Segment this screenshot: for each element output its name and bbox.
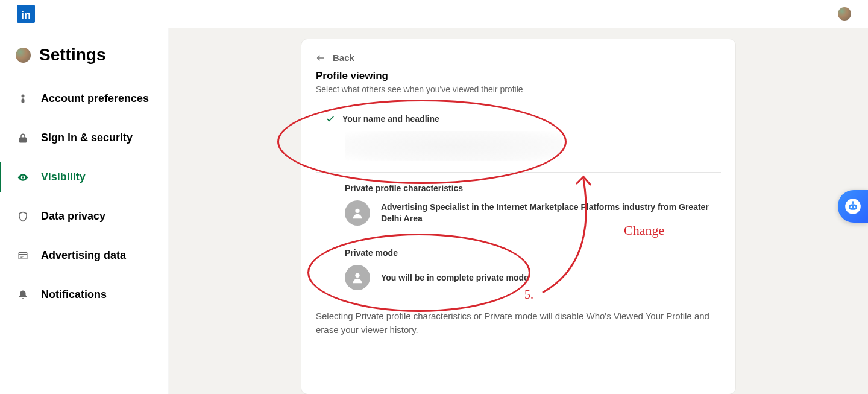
avatar[interactable]: [838, 7, 851, 21]
sidebar-header: Settings: [0, 40, 168, 79]
option-body: Advertising Specialist in the Internet M…: [345, 200, 721, 226]
svg-point-0: [22, 94, 25, 97]
sidebar: Settings Account preferences Sign in & s…: [0, 28, 169, 394]
floating-chat-button[interactable]: [838, 190, 868, 223]
sidebar-item-label: Sign in & security: [41, 132, 133, 144]
check-icon: [326, 114, 335, 124]
sidebar-item-label: Notifications: [41, 288, 107, 301]
back-label: Back: [333, 52, 354, 63]
avatar-icon: [16, 48, 31, 63]
linkedin-logo[interactable]: in: [17, 5, 35, 23]
option-title: Your name and headline: [345, 114, 721, 124]
svg-point-12: [854, 206, 856, 208]
option-title: Private profile characteristics: [345, 183, 721, 193]
svg-rect-1: [22, 98, 25, 103]
back-button[interactable]: Back: [316, 52, 721, 63]
eye-icon: [17, 171, 29, 183]
user-icon: [17, 93, 29, 105]
option-name-headline[interactable]: Your name and headline: [316, 103, 721, 172]
anonymous-avatar-icon: [345, 200, 370, 226]
arrow-left-icon: [316, 53, 326, 63]
disclosure-text: Selecting Private profile characteristic…: [316, 301, 721, 337]
sidebar-item-label: Account preferences: [41, 92, 149, 105]
sidebar-item-sign-in-security[interactable]: Sign in & security: [0, 118, 168, 157]
lock-icon: [17, 132, 29, 144]
sidebar-item-visibility[interactable]: Visibility: [0, 157, 168, 197]
svg-point-11: [851, 206, 852, 208]
option-body: You will be in complete private mode: [345, 265, 721, 290]
option-title: Private mode: [345, 248, 721, 258]
sidebar-item-data-privacy[interactable]: Data privacy: [0, 197, 168, 236]
option-body: [345, 131, 721, 161]
topbar: in: [0, 0, 868, 28]
svg-point-8: [355, 273, 359, 278]
svg-rect-10: [849, 205, 857, 210]
sidebar-item-label: Visibility: [41, 171, 86, 183]
option-private-mode[interactable]: Private mode You will be in complete pri…: [316, 237, 721, 301]
sidebar-item-notifications[interactable]: Notifications: [0, 275, 168, 314]
sidebar-item-label: Advertising data: [41, 249, 126, 262]
newspaper-icon: [17, 250, 29, 262]
sidebar-item-label: Data privacy: [41, 210, 105, 223]
option-description: Advertising Specialist in the Internet M…: [381, 202, 721, 224]
card-title: Profile viewing: [316, 70, 721, 82]
bot-icon: [844, 198, 861, 215]
sidebar-item-account-preferences[interactable]: Account preferences: [0, 79, 168, 118]
card-subtitle: Select what others see when you've viewe…: [316, 84, 721, 94]
option-private-characteristics[interactable]: Private profile characteristics Advertis…: [316, 172, 721, 237]
redacted-preview: [345, 131, 562, 161]
option-description: You will be in complete private mode: [381, 272, 529, 284]
bell-icon: [17, 289, 29, 301]
shield-icon: [17, 211, 29, 223]
svg-point-14: [852, 201, 854, 202]
anonymous-avatar-icon: [345, 265, 370, 290]
page-title: Settings: [39, 45, 105, 65]
settings-card: Back Profile viewing Select what others …: [301, 39, 735, 394]
svg-point-7: [355, 209, 359, 213]
sidebar-item-advertising-data[interactable]: Advertising data: [0, 236, 168, 275]
main-content: Back Profile viewing Select what others …: [169, 28, 868, 394]
